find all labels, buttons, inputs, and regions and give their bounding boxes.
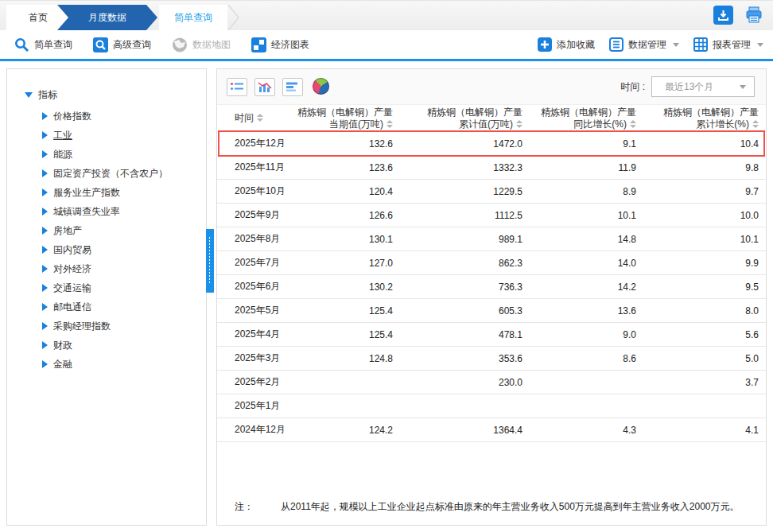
sidebar-item-label: 价格指数 — [53, 110, 91, 123]
table-row[interactable]: 2025年2月230.03.7 — [217, 371, 766, 394]
triangle-right-icon — [42, 284, 48, 292]
sidebar-item-transport[interactable]: 交通运输 — [42, 278, 206, 297]
economic-charts-button[interactable]: 经济图表 — [251, 37, 309, 52]
table-row[interactable]: 2025年3月124.8353.68.65.0 — [217, 347, 766, 371]
sort-icon[interactable] — [629, 120, 636, 128]
divider — [0, 59, 773, 61]
time-range-value: 最近13个月 — [665, 81, 713, 92]
data-manage-label: 数据管理 — [628, 38, 666, 52]
sidebar-item-label: 邮电通信 — [53, 301, 91, 314]
panel-splitter-handle[interactable] — [206, 229, 214, 293]
triangle-right-icon — [42, 360, 48, 368]
sidebar-item-industry[interactable]: 工业 — [42, 126, 206, 145]
sidebar-item-price-index[interactable]: 价格指数 — [42, 107, 206, 126]
table-row[interactable]: 2025年6月130.2736.314.29.5 — [217, 275, 766, 299]
sidebar-item-domestic-trade[interactable]: 国内贸易 — [42, 240, 206, 259]
table-row[interactable]: 2024年12月124.21364.44.34.1 — [217, 418, 766, 442]
table-row[interactable]: 2025年4月125.4478.19.05.6 — [217, 323, 766, 347]
pie-chart-view-button[interactable] — [313, 78, 331, 96]
tab-simple-query[interactable]: 简单查询 — [159, 5, 227, 30]
tree-root-label: 指标 — [38, 88, 57, 102]
table-row[interactable]: 2025年5月125.4605.313.68.0 — [217, 299, 766, 323]
sidebar-item-label: 金融 — [53, 358, 72, 371]
table-row[interactable]: 2025年8月130.1989.114.810.1 — [217, 227, 766, 251]
triangle-right-icon — [42, 322, 48, 330]
pie-chart-icon — [313, 78, 329, 95]
sidebar-item-fixed-assets[interactable]: 固定资产投资（不含农户） — [42, 164, 206, 183]
data-panel: 时间 : 最近13个月 时间 精炼铜（电解铜）产量 当期值(万吨) 精炼铜（电解… — [216, 68, 767, 526]
sidebar-item-post-telecom[interactable]: 邮电通信 — [42, 297, 206, 316]
time-range-select[interactable]: 最近13个月 — [651, 76, 755, 97]
header-cumulative-growth: 精炼铜（电解铜）产量 累计增长(%) — [646, 105, 766, 132]
simple-query-button[interactable]: 简单查询 — [14, 37, 72, 52]
table-row[interactable]: 2025年7月127.0862.314.09.9 — [217, 251, 766, 275]
bar-chart-view-button[interactable] — [254, 78, 275, 96]
print-button[interactable] — [744, 6, 763, 25]
triangle-right-icon — [42, 246, 48, 254]
document-list-icon — [609, 37, 623, 52]
tree-root-indicators[interactable]: 指标 — [25, 88, 206, 102]
chevron-right-icon — [227, 5, 240, 30]
table-row[interactable]: 2025年10月120.41229.58.99.7 — [217, 180, 766, 204]
sidebar-item-foreign-economy[interactable]: 对外经济 — [42, 259, 206, 278]
sidebar-item-pmi[interactable]: 采购经理指数 — [42, 316, 206, 336]
sidebar-item-unemployment[interactable]: 城镇调查失业率 — [42, 202, 206, 221]
tab-home[interactable]: 首页 — [6, 5, 70, 30]
table-row[interactable]: 2025年9月126.61112.510.110.0 — [217, 204, 766, 227]
triangle-down-icon — [25, 92, 33, 98]
sidebar-item-label: 房地产 — [53, 224, 82, 238]
indicator-sidebar: 指标 价格指数 工业 能源 固定资产投资（不含农户） 服务业生产指数 城镇调查失… — [6, 68, 207, 526]
horizontal-bar-icon — [286, 81, 300, 92]
table-header-row: 时间 精炼铜（电解铜）产量 当期值(万吨) 精炼铜（电解铜）产量 累计值(万吨)… — [217, 105, 766, 132]
add-favorite-button[interactable]: 添加收藏 — [538, 37, 595, 52]
header-current-value: 精炼铜（电解铜）产量 当期值(万吨) — [297, 105, 402, 132]
sidebar-item-label: 采购经理指数 — [53, 320, 111, 333]
triangle-right-icon — [42, 131, 48, 139]
sort-icon[interactable] — [256, 114, 263, 122]
data-table: 时间 精炼铜（电解铜）产量 当期值(万吨) 精炼铜（电解铜）产量 累计值(万吨)… — [217, 104, 766, 442]
sidebar-item-finance[interactable]: 金融 — [42, 355, 206, 374]
sidebar-item-fiscal[interactable]: 财政 — [42, 336, 206, 355]
add-favorite-label: 添加收藏 — [557, 38, 595, 52]
sidebar-item-energy[interactable]: 能源 — [42, 145, 206, 164]
sort-icon[interactable] — [386, 120, 393, 128]
sidebar-item-label: 能源 — [53, 148, 72, 161]
chevron-down-icon — [673, 43, 679, 47]
sort-icon[interactable] — [752, 120, 759, 128]
sidebar-item-label: 国内贸易 — [53, 243, 91, 257]
triangle-right-icon — [42, 188, 48, 196]
data-map-icon — [172, 37, 188, 52]
sidebar-item-label: 工业 — [53, 129, 72, 142]
chevron-down-icon — [740, 85, 746, 89]
sidebar-item-label: 对外经济 — [53, 262, 91, 276]
triangle-right-icon — [42, 169, 48, 177]
sidebar-item-label: 交通运输 — [53, 282, 91, 295]
sort-icon[interactable] — [515, 120, 522, 128]
table-row[interactable]: 2025年1月 — [217, 394, 766, 418]
sidebar-item-label: 财政 — [53, 339, 72, 352]
data-map-button[interactable]: 数据地图 — [172, 37, 231, 52]
download-button[interactable] — [713, 6, 733, 25]
table-row[interactable]: 2025年11月123.61332.311.99.8 — [217, 156, 766, 180]
search-icon — [14, 37, 29, 52]
economic-charts-label: 经济图表 — [271, 38, 309, 52]
time-filter-label: 时间 : — [620, 80, 645, 94]
sidebar-item-service-index[interactable]: 服务业生产指数 — [42, 183, 206, 202]
sidebar-item-real-estate[interactable]: 房地产 — [42, 221, 206, 240]
advanced-query-button[interactable]: 高级查询 — [93, 37, 151, 52]
tab-monthly-data[interactable]: 月度数据 — [57, 5, 157, 30]
sidebar-item-label: 固定资产投资（不含农户） — [53, 167, 168, 181]
header-cumulative-value: 精炼铜（电解铜）产量 累计值(万吨) — [402, 105, 532, 132]
footnote: 注： 从2011年起，规模以上工业企业起点标准由原来的年主营业务收入500万元提… — [235, 500, 740, 514]
report-manage-menu[interactable]: 报表管理 — [693, 37, 763, 52]
plus-icon — [538, 37, 552, 52]
simple-query-label: 简单查询 — [34, 38, 72, 52]
data-manage-menu[interactable]: 数据管理 — [609, 37, 679, 52]
triangle-right-icon — [42, 208, 48, 216]
table-view-button[interactable] — [227, 78, 247, 96]
triangle-right-icon — [42, 341, 48, 349]
query-toolbar: 简单查询 高级查询 数据地图 — [0, 30, 773, 59]
chevron-down-icon — [757, 43, 763, 47]
table-row[interactable]: 2025年12月132.61472.09.110.4 — [217, 132, 766, 156]
hbar-chart-view-button[interactable] — [282, 78, 303, 96]
